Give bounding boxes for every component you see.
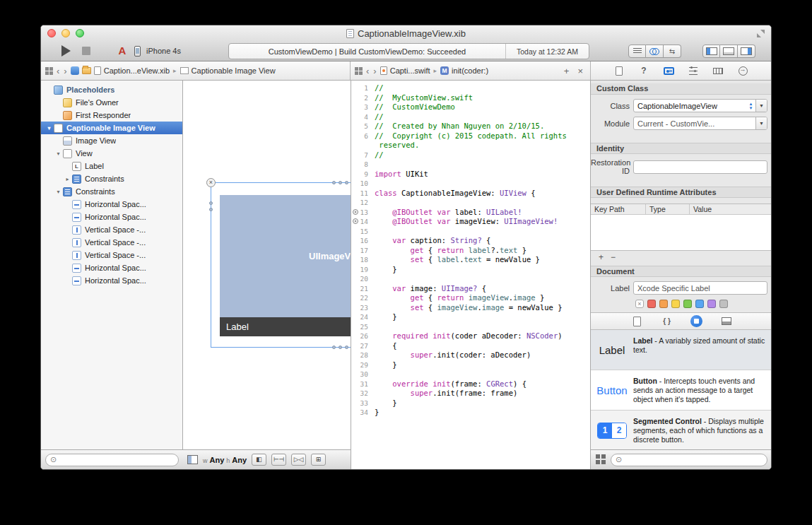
code-line[interactable]: 21 var image: UIImage? {: [351, 284, 590, 294]
resize-knobs-top[interactable]: [332, 181, 348, 184]
add-assistant-editor-button[interactable]: +: [561, 66, 572, 76]
destination-label[interactable]: iPhone 4s: [146, 47, 181, 55]
outline-row[interactable]: Horizontal Spac...: [41, 261, 182, 274]
stepper-icon[interactable]: [746, 100, 755, 112]
chevron-down-icon[interactable]: [755, 99, 767, 112]
color-chip[interactable]: [683, 300, 692, 308]
connections-inspector-tab[interactable]: [736, 64, 749, 77]
outline-row[interactable]: Vertical Space -...: [41, 223, 182, 236]
debug-area-toggle-button[interactable]: [720, 45, 738, 58]
color-chip[interactable]: [695, 300, 704, 308]
resize-knobs-left[interactable]: [209, 201, 213, 211]
code-line[interactable]: 28 super.init(coder: aDecoder): [351, 350, 590, 360]
jumpbar-object-segment[interactable]: Captionable Image View: [192, 66, 276, 75]
code-line[interactable]: 27 {: [351, 341, 590, 351]
close-assistant-editor-button[interactable]: ×: [575, 66, 586, 76]
uilabel-preview[interactable]: Label: [220, 317, 351, 336]
attributes-inspector-tab[interactable]: [687, 64, 700, 77]
code-line[interactable]: 14 @IBOutlet var imageView: UIImageView!: [351, 217, 590, 227]
jumpbar-file-segment[interactable]: Caption...eView.xib: [104, 66, 170, 75]
code-line[interactable]: 8: [351, 160, 590, 170]
code-line[interactable]: 23 set { imageView.image = newValue }: [351, 303, 590, 313]
file-inspector-tab[interactable]: [613, 64, 625, 77]
color-chip[interactable]: [647, 300, 656, 308]
outline-filter-field[interactable]: [45, 454, 179, 466]
outline-row[interactable]: Vertical Space -...: [41, 249, 182, 261]
remove-attribute-button[interactable]: −: [608, 252, 618, 262]
object-library-tab[interactable]: [690, 314, 704, 329]
outline-row[interactable]: File's Owner: [41, 96, 182, 109]
code-line[interactable]: 2// MyCustomView.swift: [351, 93, 590, 103]
code-editor[interactable]: 1//2// MyCustomView.swift3// CustomViewD…: [351, 81, 591, 469]
stop-button[interactable]: [82, 45, 93, 57]
library-item[interactable]: ButtonButton - Intercepts touch events a…: [591, 370, 772, 411]
code-line[interactable]: 10: [351, 179, 590, 189]
connection-well-icon[interactable]: [353, 218, 358, 224]
related-items-icon[interactable]: [355, 67, 363, 75]
color-chip[interactable]: [671, 300, 680, 308]
run-button[interactable]: [61, 44, 76, 58]
code-line[interactable]: 4//: [351, 112, 590, 122]
ib-canvas[interactable]: UIImageView Label ×: [183, 81, 351, 449]
quick-help-inspector-tab[interactable]: [637, 64, 650, 77]
no-color-chip[interactable]: [635, 300, 644, 308]
library-item[interactable]: LabelLabel - A variably sized amount of …: [591, 330, 772, 370]
uiimageview-preview[interactable]: UIImageView: [220, 195, 351, 317]
size-inspector-tab[interactable]: [712, 64, 724, 77]
disclosure-triangle[interactable]: ▾: [45, 125, 54, 131]
document-label-field[interactable]: Xcode Specific Label: [633, 281, 767, 295]
assistant-editor-button[interactable]: [646, 45, 664, 58]
color-chip[interactable]: [707, 300, 716, 308]
code-line[interactable]: 33 }: [351, 399, 590, 408]
restoration-id-field[interactable]: [633, 160, 767, 174]
library-search-field[interactable]: [611, 454, 767, 466]
outline-toggle-icon[interactable]: [187, 455, 198, 464]
code-line[interactable]: 5// Created by Nhan Nguyen on 2/10/15.: [351, 122, 590, 131]
forward-icon[interactable]: ›: [63, 66, 67, 76]
code-line[interactable]: 30: [351, 370, 590, 379]
version-editor-button[interactable]: [664, 45, 681, 58]
outline-row[interactable]: Placeholders: [41, 83, 182, 96]
resize-knobs-bottom[interactable]: [332, 346, 348, 349]
code-line[interactable]: reserved.: [351, 141, 590, 151]
titlebar[interactable]: CaptionableImageView.xib: [41, 25, 771, 41]
code-line[interactable]: 3// CustomViewDemo: [351, 102, 590, 112]
code-line[interactable]: 15: [351, 227, 590, 237]
standard-editor-button[interactable]: [628, 45, 646, 58]
code-line[interactable]: 29 }: [351, 360, 590, 370]
scheme-selector[interactable]: iPhone 4s: [116, 43, 181, 59]
jumpbar-file-segment[interactable]: Capti...swift: [390, 66, 430, 75]
outline-row[interactable]: Image View: [41, 134, 182, 147]
color-chip[interactable]: [659, 300, 668, 308]
code-line[interactable]: 19 }: [351, 265, 590, 275]
code-line[interactable]: 20: [351, 274, 590, 284]
module-dropdown[interactable]: Current - CustomVie...: [633, 117, 767, 130]
outline-row[interactable]: ▾Captionable Image View: [41, 122, 182, 134]
resolve-issues-button[interactable]: ▷◁: [291, 454, 306, 466]
runtime-attributes-body[interactable]: [591, 215, 772, 250]
outline-row[interactable]: Vertical Space -...: [41, 236, 182, 249]
media-library-tab[interactable]: [719, 314, 734, 329]
outline-row[interactable]: ▾Constraints: [41, 185, 182, 198]
pin-button[interactable]: ⊢⊣: [271, 454, 286, 466]
connection-well-icon[interactable]: [353, 209, 358, 215]
code-line[interactable]: 32 super.init(frame: frame): [351, 389, 590, 399]
code-line[interactable]: 17 get { return label?.text }: [351, 246, 590, 256]
library-item[interactable]: 12Segmented Control - Displays multiple …: [591, 411, 772, 449]
code-line[interactable]: 18 set { label.text = newValue }: [351, 255, 590, 265]
outline-row[interactable]: First Responder: [41, 109, 182, 122]
code-line[interactable]: 34}: [351, 408, 590, 418]
design-view[interactable]: UIImageView Label ×: [211, 183, 351, 347]
back-icon[interactable]: ‹: [365, 66, 370, 76]
outline-row[interactable]: LLabel: [41, 160, 182, 172]
code-line[interactable]: 31 override init(frame: CGRect) {: [351, 379, 590, 389]
disclosure-triangle[interactable]: ▾: [54, 151, 63, 157]
code-line[interactable]: 22 get { return imageView.image }: [351, 293, 590, 303]
code-line[interactable]: 13 @IBOutlet var label: UILabel!: [351, 208, 590, 218]
code-line[interactable]: 1//: [351, 83, 590, 93]
code-line[interactable]: 6// Copyright (c) 2015 codepath. All rig…: [351, 131, 590, 141]
size-class-control[interactable]: w Any h Any: [203, 456, 247, 464]
utilities-toggle-button[interactable]: [738, 45, 755, 58]
resizing-behavior-button[interactable]: ⊞: [311, 454, 326, 466]
outline-row[interactable]: ▾View: [41, 147, 182, 160]
